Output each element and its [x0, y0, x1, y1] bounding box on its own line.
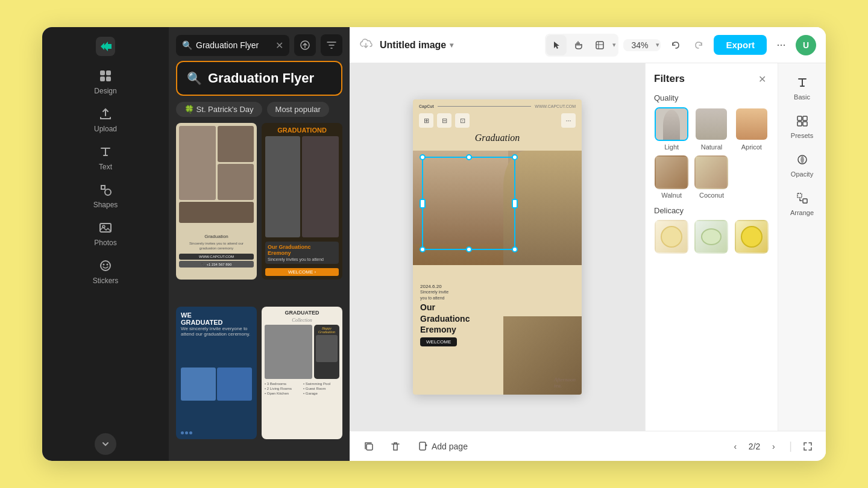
canvas-capcut-logo: CapCut — [419, 104, 434, 108]
search-clear-btn[interactable]: ✕ — [275, 40, 283, 51]
svg-rect-4 — [106, 77, 111, 81]
search-box[interactable]: 🔍 Graduation Flyer ✕ — [176, 35, 289, 56]
filter-d3-thumb — [735, 220, 769, 254]
svg-rect-19 — [803, 199, 807, 203]
svg-rect-18 — [797, 193, 802, 198]
big-search-text: Graduation Flyer — [208, 70, 314, 86]
zoom-arrow[interactable]: ▾ — [656, 41, 659, 49]
opacity-icon — [794, 151, 811, 168]
photos-icon — [99, 221, 112, 236]
filters-close-btn[interactable]: ✕ — [755, 72, 769, 86]
svg-rect-3 — [100, 77, 105, 81]
fullscreen-btn[interactable] — [799, 438, 816, 455]
page-prev-btn[interactable]: ‹ — [727, 438, 744, 455]
filter-d3[interactable] — [734, 220, 769, 254]
shapes-label: Shapes — [93, 201, 118, 209]
undo-btn[interactable] — [665, 35, 686, 55]
ai-search-btn[interactable] — [294, 34, 316, 56]
cloud-icon[interactable] — [359, 37, 373, 53]
filter-d1[interactable] — [654, 220, 689, 254]
canvas-www: WWW.CAPCUT.COM — [535, 104, 576, 108]
page-indicator: 2/2 — [749, 442, 760, 451]
templates-grid: Graduation Sincerely invites you to atte… — [169, 123, 350, 461]
copy-layer-btn[interactable] — [359, 437, 379, 456]
layout-tool-btn[interactable] — [590, 35, 610, 55]
sidebar-item-stickers[interactable]: Stickers — [81, 254, 130, 290]
filter-d2[interactable] — [694, 220, 729, 254]
text-icon — [99, 145, 112, 160]
sidebar-collapse[interactable] — [95, 433, 116, 455]
canvas-workspace[interactable]: CapCut WWW.CAPCUT.COM ⊞ ⊟ ⊡ ··· Graduati… — [350, 63, 645, 431]
delicacy-label: Delicacy — [654, 206, 769, 215]
svg-point-5 — [105, 189, 111, 195]
arrange-label: Arrange — [790, 209, 814, 216]
canvas-footer-text: Afternoon tea. — [554, 377, 576, 389]
page-next-btn[interactable]: › — [765, 438, 782, 455]
canvas-copy-btn[interactable]: ⊡ — [455, 113, 470, 128]
canvas-floating-toolbar: ⊞ ⊟ ⊡ ··· — [413, 111, 582, 130]
right-panel-presets[interactable]: Presets — [782, 108, 823, 144]
filters-quality-section: Quality Light — [654, 93, 769, 199]
filter-light[interactable]: Light — [654, 107, 689, 151]
app-logo[interactable] — [92, 33, 119, 60]
canvas-crop-btn[interactable]: ⊞ — [419, 113, 433, 128]
photos-label: Photos — [94, 239, 116, 247]
svg-rect-2 — [106, 70, 111, 75]
delete-layer-btn[interactable] — [386, 437, 405, 456]
filter-d2-thumb — [694, 220, 728, 254]
document-title[interactable]: Untitled image ▾ — [380, 40, 453, 51]
shapes-icon — [99, 183, 112, 198]
search-icon: 🔍 — [182, 40, 192, 50]
title-dropdown-icon: ▾ — [450, 41, 453, 49]
select-tool-btn[interactable] — [546, 35, 567, 55]
sidebar-item-text[interactable]: Text — [81, 140, 130, 176]
grid-icon — [99, 69, 112, 84]
svg-rect-16 — [803, 122, 807, 126]
hand-tool-btn[interactable] — [568, 35, 588, 55]
filter-natural[interactable]: Natural — [694, 107, 729, 151]
svg-rect-1 — [100, 70, 105, 75]
canvas-invite: Sincerely invite you to attend — [420, 289, 574, 301]
tags-row: 🍀 St. Patrick's Day Most popular — [169, 102, 350, 123]
sidebar-item-photos[interactable]: Photos — [81, 216, 130, 252]
editor-bottom: Add page ‹ 2/2 › | — [350, 431, 826, 461]
template-card-2[interactable]: GRADUATIOND Our GraduationcEremony Since… — [262, 123, 342, 280]
filter-walnut[interactable]: Walnut — [654, 155, 689, 199]
canvas-date: 2024.6.20 — [420, 284, 574, 289]
canvas-grad-title: Graduation — [413, 130, 582, 146]
layout-arrow: ▾ — [611, 41, 617, 49]
add-page-btn[interactable]: Add page — [412, 438, 474, 455]
filter-btn[interactable] — [321, 34, 342, 56]
filter-natural-label: Natural — [701, 143, 722, 151]
template-card-4[interactable]: GRADUATED Collection HappyGraduation • 3… — [262, 307, 342, 439]
right-panel-arrange[interactable]: Arrange — [782, 185, 823, 221]
filter-apricot[interactable]: Apricot — [734, 107, 769, 151]
sidebar-item-design[interactable]: Design — [81, 64, 130, 100]
filter-coconut[interactable]: Coconut — [694, 155, 729, 199]
tcard2-title: GRADUATIOND — [265, 127, 339, 134]
more-options-btn[interactable]: ··· — [772, 36, 791, 55]
tag-stpatricks[interactable]: 🍀 St. Patrick's Day — [176, 102, 262, 117]
tag-popular[interactable]: Most popular — [267, 102, 329, 117]
export-button[interactable]: Export — [714, 35, 767, 55]
big-search-overlay[interactable]: 🔍 Graduation Flyer — [176, 61, 342, 96]
template-card-1[interactable]: Graduation Sincerely invites you to atte… — [176, 123, 257, 280]
sidebar-item-upload[interactable]: Upload — [81, 102, 130, 138]
canvas-welcome-btn[interactable]: WELCOME — [420, 337, 457, 346]
sidebar-item-shapes[interactable]: Shapes — [81, 178, 130, 214]
canvas-grid-btn[interactable]: ⊟ — [437, 113, 451, 128]
right-panel-basic[interactable]: Basic — [782, 69, 823, 105]
right-panel-opacity[interactable]: Opacity — [782, 146, 823, 183]
filter-apricot-thumb — [735, 107, 769, 141]
quality-filter-grid: Light Natural Apricot — [654, 107, 769, 199]
svg-rect-21 — [420, 442, 426, 450]
canvas-more-btn[interactable]: ··· — [561, 113, 576, 128]
template-card-3[interactable]: WEGRADUATED We sincerely invite everyone… — [176, 307, 257, 439]
page-navigation: ‹ 2/2 › | — [727, 438, 816, 455]
template-panel: 🔍 Graduation Flyer ✕ 🔍 Graduation Flyer — [169, 27, 350, 461]
presets-icon — [794, 113, 811, 130]
redo-btn[interactable] — [688, 35, 709, 55]
stickers-icon — [99, 259, 112, 274]
avatar[interactable]: U — [796, 35, 816, 55]
tcard3-title: WEGRADUATED — [181, 311, 252, 326]
